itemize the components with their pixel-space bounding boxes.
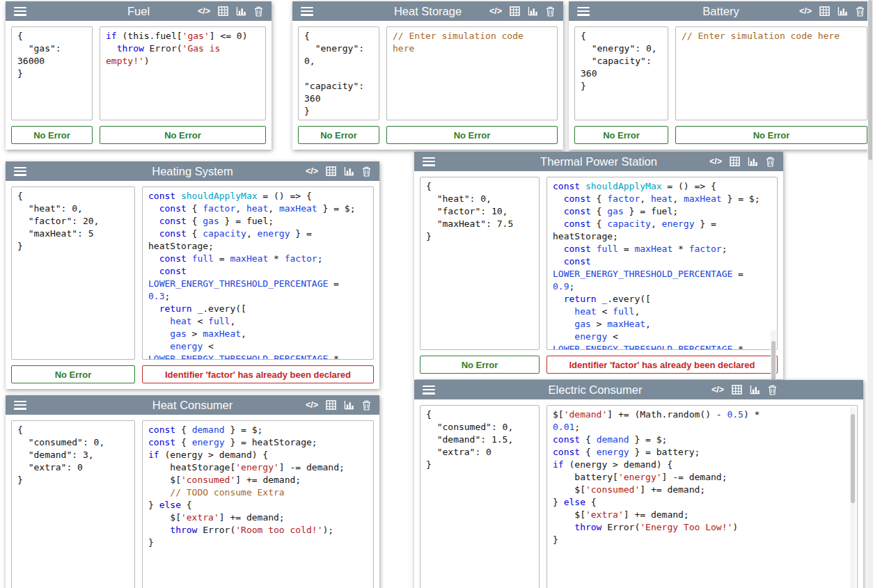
panel-header[interactable]: Heat Consumer </> [6, 395, 379, 415]
state-editor[interactable]: { "gas": 36000 } [11, 26, 93, 120]
code-editor[interactable]: if (this.fuel['gas'] <= 0) throw Error('… [100, 26, 266, 120]
panel-title: Thermal Power Station [540, 155, 657, 168]
state-status: No Error [298, 126, 379, 144]
state-status: No Error [420, 356, 540, 374]
status-row: No Error Identifier 'factor' has already… [414, 356, 783, 379]
table-view-icon[interactable] [510, 6, 520, 16]
code-view-icon[interactable]: </> [489, 7, 502, 16]
panel-electric-consumer: Electric Consumer </> { "consumed": 0, "… [414, 380, 863, 588]
trash-icon[interactable] [546, 6, 555, 17]
code-status: No Error [386, 126, 558, 144]
panel-header[interactable]: Heating System </> [6, 161, 379, 181]
chart-view-icon[interactable] [837, 6, 848, 16]
trash-icon[interactable] [856, 6, 865, 17]
code-view-icon[interactable]: </> [306, 167, 318, 176]
trash-icon[interactable] [768, 385, 777, 395]
status-row: No Error No Error [569, 126, 873, 150]
table-view-icon[interactable] [732, 385, 742, 395]
scrollbar-thumb[interactable] [868, 0, 872, 160]
menu-icon[interactable] [301, 7, 313, 16]
trash-icon[interactable] [254, 6, 263, 17]
status-row: No Error No Error [292, 126, 563, 150]
code-view-icon[interactable]: </> [711, 386, 724, 395]
state-status: No Error [574, 126, 668, 144]
state-editor[interactable]: { "consumed": 0, "demand": 3, "extra": 0… [11, 420, 135, 588]
code-status: Identifier 'factor' has already been dec… [546, 356, 778, 374]
header-icons: </> [198, 6, 263, 17]
menu-icon[interactable] [577, 7, 590, 16]
page-scrollbar[interactable] [867, 0, 873, 588]
state-editor[interactable]: { "energy": 0, "capacity": 360 } [298, 26, 379, 120]
chart-view-icon[interactable] [344, 400, 354, 410]
panel-title: Heat Consumer [152, 399, 233, 412]
code-editor[interactable]: const shouldApplyMax = () => { const { f… [546, 177, 778, 350]
chart-view-icon[interactable] [748, 157, 758, 166]
status-row: No Error No Error [6, 126, 272, 150]
simulation-dashboard: Fuel </> { "gas": 36000 } if (this.fuel[… [0, 0, 873, 588]
code-status: Identifier 'factor' has already been dec… [142, 365, 374, 383]
menu-icon[interactable] [14, 167, 26, 176]
table-view-icon[interactable] [730, 157, 740, 166]
panel-title: Fuel [127, 5, 150, 18]
state-editor[interactable]: { "heat": 0, "factor": 10, "maxHeat": 7.… [420, 177, 540, 350]
panel-header[interactable]: Fuel </> [6, 1, 272, 21]
header-icons: </> [799, 6, 865, 17]
panel-heat-consumer: Heat Consumer </> { "consumed": 0, "dema… [6, 395, 379, 588]
header-icons: </> [306, 400, 371, 411]
code-view-icon[interactable]: </> [709, 157, 722, 166]
chart-view-icon[interactable] [750, 385, 760, 395]
panel-title: Electric Consumer [549, 383, 643, 397]
code-status: No Error [675, 126, 867, 144]
code-view-icon[interactable]: </> [799, 7, 812, 16]
code-editor[interactable]: $['demand'] += (Math.random() - 0.5) *0.… [546, 405, 858, 588]
panel-heating-system: Heating System </> { "heat": 0, "factor"… [6, 161, 379, 389]
code-editor[interactable]: const shouldApplyMax = () => { const { f… [142, 186, 374, 360]
chart-view-icon[interactable] [236, 6, 246, 16]
code-scrollbar[interactable] [850, 407, 856, 588]
chart-view-icon[interactable] [528, 6, 538, 16]
state-editor[interactable]: { "consumed": 0, "demand": 1.5, "extra":… [420, 405, 540, 588]
table-view-icon[interactable] [326, 400, 336, 410]
state-editor[interactable]: { "energy": 0, "capacity": 360 } [574, 26, 668, 120]
panel-header[interactable]: Battery </> [569, 1, 873, 21]
panel-header[interactable]: Thermal Power Station </> [414, 152, 783, 171]
header-icons: </> [306, 166, 371, 177]
table-view-icon[interactable] [326, 166, 336, 176]
panel-header[interactable]: Heat Storage </> [292, 1, 563, 21]
chart-view-icon[interactable] [344, 166, 354, 176]
trash-icon[interactable] [362, 166, 371, 177]
table-view-icon[interactable] [218, 6, 228, 16]
panel-heat-storage: Heat Storage </> { "energy": 0, "capacit… [292, 1, 563, 150]
header-icons: </> [709, 157, 775, 167]
panel-title: Battery [702, 5, 739, 18]
menu-icon[interactable] [14, 7, 26, 16]
code-view-icon[interactable]: </> [306, 401, 318, 410]
table-view-icon[interactable] [819, 6, 830, 16]
scrollbar-thumb[interactable] [851, 414, 855, 503]
menu-icon[interactable] [14, 401, 26, 410]
status-row: No Error Identifier 'factor' has already… [6, 365, 379, 389]
code-view-icon[interactable]: </> [198, 7, 210, 16]
panel-title: Heating System [152, 165, 233, 178]
panel-fuel: Fuel </> { "gas": 36000 } if (this.fuel[… [6, 1, 272, 150]
code-status: No Error [100, 126, 266, 144]
header-icons: </> [489, 6, 555, 17]
code-editor[interactable]: // Enter simulation code here [675, 26, 867, 120]
state-editor[interactable]: { "heat": 0, "factor": 20, "maxHeat": 5 … [11, 186, 135, 360]
panel-title: Heat Storage [394, 5, 462, 18]
menu-icon[interactable] [423, 386, 435, 395]
panel-thermal-power-station: Thermal Power Station </> { "heat": 0, "… [414, 152, 783, 379]
trash-icon[interactable] [766, 157, 775, 167]
panel-header[interactable]: Electric Consumer </> [414, 380, 863, 399]
menu-icon[interactable] [423, 157, 435, 166]
panel-battery: Battery </> { "energy": 0, "capacity": 3… [569, 1, 873, 150]
code-editor[interactable]: // Enter simulation codehere [386, 26, 558, 120]
code-editor[interactable]: const { demand } = $;const { energy } = … [142, 420, 374, 588]
header-icons: </> [711, 385, 777, 395]
state-status: No Error [11, 365, 135, 383]
trash-icon[interactable] [362, 400, 371, 411]
state-status: No Error [11, 126, 93, 144]
